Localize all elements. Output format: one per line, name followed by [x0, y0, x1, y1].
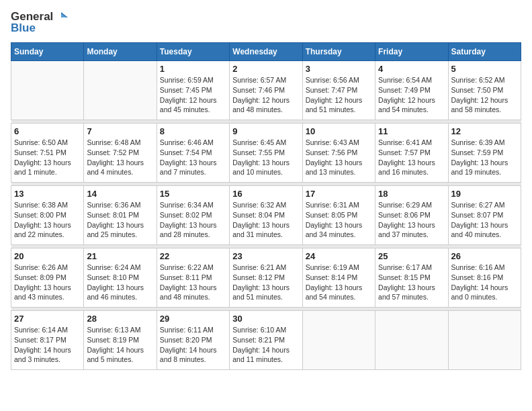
logo-blue: Blue: [11, 22, 68, 35]
sunrise-text: Sunrise: 6:24 AM: [87, 263, 153, 273]
day-detail: Sunrise: 6:48 AMSunset: 7:52 PMDaylight:…: [87, 138, 153, 177]
sunrise-text: Sunrise: 6:46 AM: [160, 138, 226, 148]
day-detail: Sunrise: 6:52 AMSunset: 7:50 PMDaylight:…: [451, 75, 518, 115]
sunrise-text: Sunrise: 6:45 AM: [232, 138, 299, 148]
sunset-text: Sunset: 7:51 PM: [14, 148, 81, 158]
day-detail: Sunrise: 6:43 AMSunset: 7:56 PMDaylight:…: [306, 138, 372, 177]
calendar-cell: 26Sunrise: 6:16 AMSunset: 8:16 PMDayligh…: [448, 248, 521, 308]
day-detail: Sunrise: 6:56 AMSunset: 7:47 PMDaylight:…: [306, 75, 372, 115]
calendar-week-row: 20Sunrise: 6:26 AMSunset: 8:09 PMDayligh…: [11, 248, 521, 308]
calendar-week-row: 1Sunrise: 6:59 AMSunset: 7:45 PMDaylight…: [11, 61, 521, 120]
sunset-text: Sunset: 7:56 PM: [306, 148, 372, 158]
calendar-cell: 4Sunrise: 6:54 AMSunset: 7:49 PMDaylight…: [375, 61, 448, 120]
weekday-header: Sunday: [11, 43, 84, 61]
day-number: 9: [232, 126, 299, 136]
sunset-text: Sunset: 8:02 PM: [160, 210, 226, 220]
day-number: 23: [232, 251, 299, 261]
day-number: 5: [451, 64, 518, 74]
sunrise-text: Sunrise: 6:59 AM: [160, 75, 226, 85]
daylight-text: Daylight: 13 hours and 13 minutes.: [306, 158, 372, 177]
page-header: General Blue: [11, 11, 521, 34]
day-number: 29: [160, 314, 226, 324]
sunset-text: Sunset: 7:57 PM: [378, 148, 445, 158]
sunrise-text: Sunrise: 6:17 AM: [378, 263, 445, 273]
weekday-header-row: SundayMondayTuesdayWednesdayThursdayFrid…: [11, 43, 521, 61]
daylight-text: Daylight: 13 hours and 7 minutes.: [160, 158, 226, 177]
calendar-cell: [84, 61, 157, 120]
sunset-text: Sunset: 8:05 PM: [306, 210, 372, 220]
sunrise-text: Sunrise: 6:21 AM: [232, 263, 299, 273]
calendar-week-row: 6Sunrise: 6:50 AMSunset: 7:51 PMDaylight…: [11, 124, 521, 183]
calendar-cell: 18Sunrise: 6:29 AMSunset: 8:06 PMDayligh…: [375, 186, 448, 245]
calendar-cell: 11Sunrise: 6:41 AMSunset: 7:57 PMDayligh…: [375, 124, 448, 183]
calendar-cell: 19Sunrise: 6:27 AMSunset: 8:07 PMDayligh…: [448, 186, 521, 245]
daylight-text: Daylight: 12 hours and 51 minutes.: [306, 95, 372, 115]
daylight-text: Daylight: 14 hours and 3 minutes.: [14, 345, 81, 365]
sunrise-text: Sunrise: 6:16 AM: [451, 263, 518, 273]
calendar-cell: 2Sunrise: 6:57 AMSunset: 7:46 PMDaylight…: [230, 61, 302, 120]
sunset-text: Sunset: 7:59 PM: [451, 148, 518, 158]
sunset-text: Sunset: 8:11 PM: [160, 273, 226, 283]
day-number: 12: [451, 126, 518, 136]
day-detail: Sunrise: 6:31 AMSunset: 8:05 PMDaylight:…: [306, 200, 372, 240]
day-number: 16: [232, 189, 299, 199]
sunrise-text: Sunrise: 6:34 AM: [160, 200, 226, 210]
calendar-cell: 5Sunrise: 6:52 AMSunset: 7:50 PMDaylight…: [448, 61, 521, 120]
day-detail: Sunrise: 6:32 AMSunset: 8:04 PMDaylight:…: [232, 200, 299, 240]
sunrise-text: Sunrise: 6:27 AM: [451, 200, 518, 210]
day-detail: Sunrise: 6:24 AMSunset: 8:10 PMDaylight:…: [87, 263, 153, 302]
sunset-text: Sunset: 7:49 PM: [378, 85, 445, 95]
calendar-cell: 27Sunrise: 6:14 AMSunset: 8:17 PMDayligh…: [11, 311, 84, 370]
calendar-cell: 28Sunrise: 6:13 AMSunset: 8:19 PMDayligh…: [84, 311, 157, 370]
day-detail: Sunrise: 6:39 AMSunset: 7:59 PMDaylight:…: [451, 138, 518, 177]
sunset-text: Sunset: 7:45 PM: [160, 85, 226, 95]
day-number: 24: [306, 251, 372, 261]
calendar-cell: [448, 311, 521, 370]
sunrise-text: Sunrise: 6:32 AM: [232, 200, 299, 210]
daylight-text: Daylight: 12 hours and 54 minutes.: [378, 95, 445, 115]
daylight-text: Daylight: 13 hours and 57 minutes.: [378, 283, 445, 302]
daylight-text: Daylight: 12 hours and 48 minutes.: [232, 95, 299, 115]
calendar-cell: 24Sunrise: 6:19 AMSunset: 8:14 PMDayligh…: [302, 248, 375, 308]
calendar-cell: [302, 311, 375, 370]
calendar-cell: 12Sunrise: 6:39 AMSunset: 7:59 PMDayligh…: [448, 124, 521, 183]
logo-bird-icon: [54, 11, 68, 23]
calendar-cell: [11, 61, 84, 120]
sunset-text: Sunset: 8:09 PM: [14, 273, 81, 283]
day-detail: Sunrise: 6:27 AMSunset: 8:07 PMDaylight:…: [451, 200, 518, 240]
sunrise-text: Sunrise: 6:26 AM: [14, 263, 81, 273]
sunrise-text: Sunrise: 6:11 AM: [160, 325, 226, 335]
sunset-text: Sunset: 8:10 PM: [87, 273, 153, 283]
daylight-text: Daylight: 14 hours and 11 minutes.: [232, 345, 299, 365]
sunset-text: Sunset: 7:46 PM: [232, 85, 299, 95]
sunrise-text: Sunrise: 6:36 AM: [87, 200, 153, 210]
calendar-table: SundayMondayTuesdayWednesdayThursdayFrid…: [11, 42, 521, 370]
calendar-cell: 6Sunrise: 6:50 AMSunset: 7:51 PMDaylight…: [11, 124, 84, 183]
day-detail: Sunrise: 6:26 AMSunset: 8:09 PMDaylight:…: [14, 263, 81, 302]
calendar-cell: 7Sunrise: 6:48 AMSunset: 7:52 PMDaylight…: [84, 124, 157, 183]
sunrise-text: Sunrise: 6:52 AM: [451, 75, 518, 85]
calendar-cell: 1Sunrise: 6:59 AMSunset: 7:45 PMDaylight…: [157, 61, 229, 120]
daylight-text: Daylight: 13 hours and 31 minutes.: [232, 220, 299, 240]
sunset-text: Sunset: 8:06 PM: [378, 210, 445, 220]
day-detail: Sunrise: 6:13 AMSunset: 8:19 PMDaylight:…: [87, 325, 153, 365]
calendar-cell: 13Sunrise: 6:38 AMSunset: 8:00 PMDayligh…: [11, 186, 84, 245]
sunset-text: Sunset: 8:20 PM: [160, 335, 226, 345]
day-number: 17: [306, 189, 372, 199]
sunset-text: Sunset: 8:14 PM: [306, 273, 372, 283]
daylight-text: Daylight: 13 hours and 40 minutes.: [451, 220, 518, 240]
day-detail: Sunrise: 6:11 AMSunset: 8:20 PMDaylight:…: [160, 325, 226, 365]
weekday-header: Saturday: [448, 43, 521, 61]
day-number: 28: [87, 314, 153, 324]
sunrise-text: Sunrise: 6:56 AM: [306, 75, 372, 85]
sunrise-text: Sunrise: 6:10 AM: [232, 325, 299, 335]
sunset-text: Sunset: 8:19 PM: [87, 335, 153, 345]
calendar-cell: 23Sunrise: 6:21 AMSunset: 8:12 PMDayligh…: [230, 248, 302, 308]
day-number: 20: [14, 251, 81, 261]
day-detail: Sunrise: 6:22 AMSunset: 8:11 PMDaylight:…: [160, 263, 226, 302]
day-number: 27: [14, 314, 81, 324]
sunrise-text: Sunrise: 6:22 AM: [160, 263, 226, 273]
day-detail: Sunrise: 6:21 AMSunset: 8:12 PMDaylight:…: [232, 263, 299, 302]
calendar-cell: [375, 311, 448, 370]
day-number: 22: [160, 251, 226, 261]
